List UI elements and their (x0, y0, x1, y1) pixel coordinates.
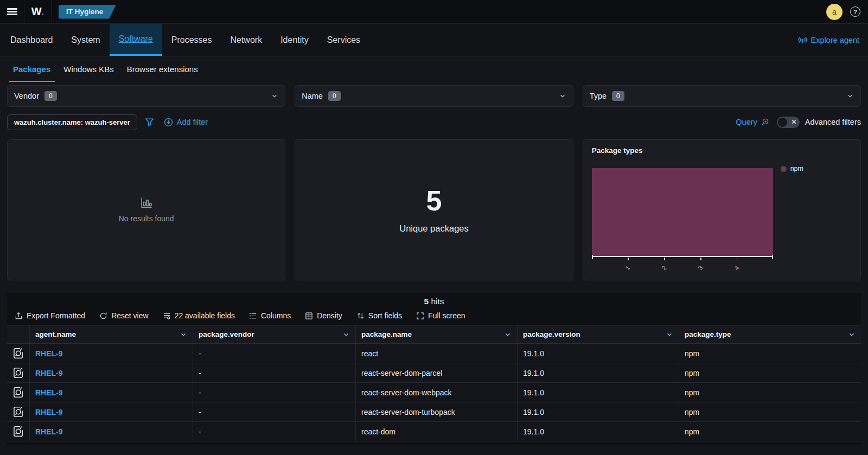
chevron-down-icon (180, 331, 187, 338)
cell-package-version: 19.1.0 (518, 344, 679, 363)
agent-link[interactable]: RHEL-9 (35, 427, 63, 436)
chart-tick-label: 3 (697, 265, 704, 272)
toolbar-22-available-fields[interactable]: 22 available fields (163, 311, 235, 320)
table-toolbar: Export FormattedReset view22 available f… (7, 306, 861, 325)
tab-processes[interactable]: Processes (162, 24, 221, 56)
expand-document-icon[interactable] (7, 383, 30, 402)
column-header-label: package.version (523, 330, 580, 338)
subtab-windows-kbs[interactable]: Windows KBs (59, 56, 118, 82)
cell-package-type: npm (679, 402, 861, 421)
results-table: agent.namepackage.vendorpackage.namepack… (7, 325, 861, 441)
column-header-package-type[interactable]: package.type (679, 325, 861, 343)
expand-document-icon[interactable] (7, 402, 30, 421)
column-header-package-version[interactable]: package.version (518, 325, 679, 343)
toolbar-density[interactable]: Density (305, 311, 342, 320)
plus-circle-icon (164, 118, 173, 127)
tab-label: Identity (280, 35, 309, 45)
toolbar-columns[interactable]: Columns (249, 311, 291, 320)
agent-link[interactable]: RHEL-9 (35, 349, 63, 358)
filter-funnel-icon[interactable] (145, 118, 154, 127)
toolbar-label: Columns (261, 311, 291, 320)
table-row: RHEL-9-react19.1.0npm (7, 344, 861, 363)
legend-item-npm[interactable]: npm (781, 165, 852, 172)
filter-select-name[interactable]: Name0 (295, 85, 573, 107)
cell-package-name: react (356, 344, 518, 363)
agent-link[interactable]: RHEL-9 (35, 388, 63, 397)
filter-count-badge: 0 (612, 91, 624, 101)
table-row: RHEL-9-react-server-dom-turbopack19.1.0n… (7, 402, 861, 422)
expand-document-icon[interactable] (7, 344, 30, 363)
filter-count-badge: 0 (328, 91, 341, 101)
toolbar-export-formatted[interactable]: Export Formatted (15, 311, 85, 320)
cell-package-vendor: - (193, 402, 356, 421)
divider (52, 0, 52, 24)
header-cell-empty (7, 325, 30, 343)
column-header-package-vendor[interactable]: package.vendor (193, 325, 356, 343)
wazuh-logo[interactable]: W. (24, 5, 52, 18)
chart-bar-npm[interactable] (592, 168, 773, 257)
tab-software[interactable]: Software (110, 24, 162, 56)
tab-identity[interactable]: Identity (271, 24, 318, 56)
subtab-packages[interactable]: Packages (9, 56, 55, 82)
cell-package-name: react-server-dom-turbopack (356, 402, 518, 421)
filter-select-vendor[interactable]: Vendor0 (7, 85, 285, 107)
tab-label: Services (327, 35, 360, 45)
filter-select-label: Name (302, 92, 323, 100)
cell-package-type: npm (679, 383, 861, 402)
expand-document-icon[interactable] (7, 363, 30, 382)
column-header-agent-name[interactable]: agent.name (30, 325, 193, 343)
toolbar-sort-fields[interactable]: Sort fields (356, 311, 402, 320)
chart-tick-label: 4 (733, 265, 740, 272)
filter-count-badge: 0 (44, 91, 57, 101)
search-zoom-icon (761, 118, 769, 126)
cell-package-vendor: - (193, 344, 356, 363)
column-header-label: package.vendor (199, 330, 254, 338)
cell-package-name: react-server-dom-webpack (356, 383, 518, 402)
cell-agent-name: RHEL-9 (30, 363, 193, 382)
column-header-label: package.type (685, 330, 731, 338)
fullscreen-icon (416, 312, 424, 320)
toolbar-label: Density (317, 311, 342, 320)
chevron-down-icon (271, 92, 278, 100)
empty-chart-icon (141, 197, 152, 209)
expand-document-icon[interactable] (7, 422, 30, 441)
cell-package-vendor: - (193, 422, 356, 441)
toolbar-reset-view[interactable]: Reset view (99, 311, 148, 320)
toolbar-full-screen[interactable]: Full screen (416, 311, 465, 320)
add-filter-button[interactable]: Add filter (164, 118, 208, 127)
column-header-label: package.name (361, 330, 412, 338)
toolbar-label: Sort fields (368, 311, 402, 320)
subtab-browser-extensions[interactable]: Browser extensions (123, 56, 202, 82)
cell-agent-name: RHEL-9 (30, 422, 193, 441)
column-header-package-name[interactable]: package.name (356, 325, 518, 343)
filter-bar: wazuh.cluster.name: wazuh-server Add fil… (7, 113, 861, 131)
explore-agent-button[interactable]: Explore agent (798, 24, 868, 56)
cell-package-type: npm (679, 422, 861, 441)
tab-services[interactable]: Services (318, 24, 369, 56)
unique-packages-panel: 5 Unique packages (295, 139, 573, 280)
agent-link[interactable]: RHEL-9 (35, 408, 63, 416)
agent-link[interactable]: RHEL-9 (35, 369, 63, 377)
tab-dashboard[interactable]: Dashboard (1, 24, 62, 56)
menu-icon[interactable] (0, 0, 24, 24)
tab-network[interactable]: Network (221, 24, 271, 56)
chart-tick-label: 1 (624, 265, 631, 272)
toolbar-label: Full screen (428, 311, 465, 320)
fields-icon (163, 312, 171, 320)
package-types-panel: Package types 1234 npm (583, 139, 861, 280)
advanced-filters-label: Advanced filters (805, 118, 861, 126)
top-header-bar: W. IT Hygiene a ? (0, 0, 868, 24)
help-icon[interactable]: ? (850, 7, 860, 17)
chevron-down-icon (559, 92, 566, 100)
tab-system[interactable]: System (62, 24, 109, 56)
filter-select-type[interactable]: Type0 (583, 85, 861, 107)
breadcrumb[interactable]: IT Hygiene (59, 5, 116, 19)
toolbar-label: Export Formatted (27, 311, 85, 320)
avatar[interactable]: a (826, 4, 843, 20)
active-filter-pill[interactable]: wazuh.cluster.name: wazuh-server (7, 114, 137, 130)
unique-packages-label: Unique packages (399, 223, 469, 234)
package-types-chart[interactable]: 1234 (592, 164, 773, 272)
refresh-icon (99, 312, 107, 320)
advanced-filters-toggle[interactable] (777, 117, 800, 128)
query-button[interactable]: Query (736, 118, 769, 126)
